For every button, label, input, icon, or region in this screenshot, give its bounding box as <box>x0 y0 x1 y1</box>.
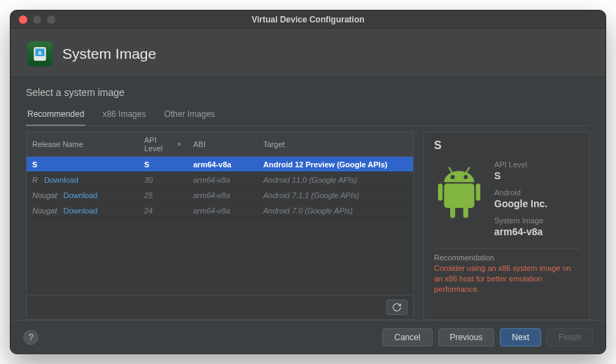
table-header: Release Name API Level ▼ ABI Target <box>27 132 413 157</box>
recommendation-label: Recommendation <box>434 248 580 262</box>
table-row[interactable]: S S arm64-v8a Android 12 Preview (Google… <box>27 157 413 172</box>
download-link[interactable]: Download <box>64 206 98 215</box>
system-image-value: arm64-v8a <box>494 226 547 237</box>
api-level-label: API Level <box>494 160 547 169</box>
recommendation-text: Consider using an x86 system image on an… <box>434 263 580 295</box>
svg-rect-10 <box>450 206 455 218</box>
refresh-button[interactable] <box>386 300 407 315</box>
svg-rect-11 <box>463 206 468 218</box>
svg-rect-7 <box>444 183 474 208</box>
titlebar: Virtual Device Configuration <box>10 10 606 29</box>
svg-line-6 <box>466 167 469 172</box>
previous-button[interactable]: Previous <box>438 328 495 346</box>
content-row: Release Name API Level ▼ ABI Target S S … <box>26 132 590 320</box>
download-link[interactable]: Download <box>64 191 98 200</box>
tab-recommended[interactable]: Recommended <box>26 105 85 126</box>
image-tabs: Recommended x86 Images Other Images <box>26 105 590 126</box>
api-level-value: S <box>494 170 547 181</box>
system-image-label: System Image <box>494 216 547 225</box>
dialog-title: System Image <box>62 46 156 62</box>
svg-point-3 <box>451 175 455 179</box>
col-target[interactable]: Target <box>258 132 413 156</box>
col-abi[interactable]: ABI <box>188 132 258 156</box>
svg-rect-8 <box>438 183 442 200</box>
svg-line-5 <box>449 167 452 172</box>
sort-descending-icon: ▼ <box>176 141 182 148</box>
system-image-icon: A <box>27 41 52 66</box>
refresh-icon <box>392 302 402 312</box>
svg-rect-9 <box>476 183 480 200</box>
system-image-table: Release Name API Level ▼ ABI Target S S … <box>26 132 414 320</box>
cancel-button[interactable]: Cancel <box>382 328 432 346</box>
detail-panel: S <box>424 132 590 320</box>
svg-point-4 <box>463 175 468 179</box>
android-value: Google Inc. <box>494 198 547 209</box>
dialog-body: Select a system image Recommended x86 Im… <box>10 77 606 320</box>
table-body: S S arm64-v8a Android 12 Preview (Google… <box>27 157 413 295</box>
dialog-footer: ? Cancel Previous Next Finish <box>10 320 606 354</box>
finish-button: Finish <box>547 328 593 346</box>
tab-other-images[interactable]: Other Images <box>162 105 216 125</box>
svg-text:A: A <box>38 50 42 56</box>
table-row[interactable]: Nougat Download 24 arm64-v8a Android 7.0… <box>27 203 413 218</box>
dialog-window: Virtual Device Configuration A System Im… <box>10 10 606 354</box>
col-release-name[interactable]: Release Name <box>27 132 139 156</box>
col-api-level-label: API Level <box>144 136 174 153</box>
table-row[interactable]: Nougat Download 25 arm64-v8a Android 7.1… <box>27 188 413 203</box>
col-api-level[interactable]: API Level ▼ <box>139 132 188 156</box>
table-row[interactable]: R Download 30 arm64-v8a Android 11.0 (Go… <box>27 172 413 188</box>
next-button[interactable]: Next <box>500 328 541 346</box>
table-footer <box>27 295 413 319</box>
window-title: Virtual Device Configuration <box>10 15 606 24</box>
android-label: Android <box>494 188 547 197</box>
detail-title: S <box>434 139 580 152</box>
download-link[interactable]: Download <box>44 176 78 184</box>
android-robot-icon <box>434 160 484 244</box>
dialog-header: A System Image <box>10 29 606 77</box>
section-subtitle: Select a system image <box>26 87 590 98</box>
help-button[interactable]: ? <box>23 330 38 345</box>
tab-x86-images[interactable]: x86 Images <box>101 105 147 125</box>
